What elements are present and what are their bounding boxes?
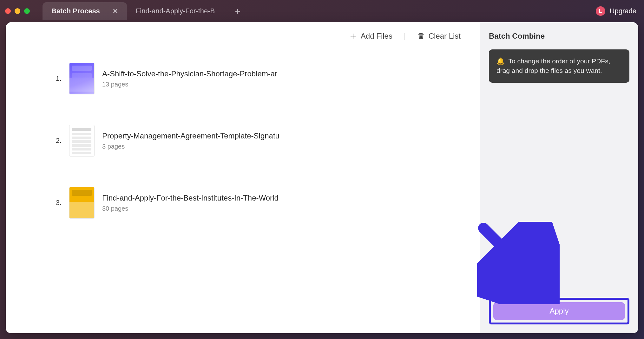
file-index: 3. [50,199,62,207]
close-window-button[interactable] [5,8,11,14]
toolbar-separator: | [404,32,406,40]
titlebar-right: L Upgrade [596,6,636,16]
tab-batch-process[interactable]: Batch Process ✕ [43,2,127,20]
file-thumbnail [69,63,95,94]
clear-list-label: Clear List [429,32,461,41]
file-list: 1. A-Shift-to-Solve-the-Physician-Shorta… [6,44,480,225]
file-pages: 13 pages [102,81,277,88]
tip-box: 🔔 To change the order of your PDFs, drag… [489,49,629,83]
maximize-window-button[interactable] [24,8,30,14]
window-controls [5,8,30,14]
list-item[interactable]: 3. Find-and-Apply-For-the-Best-Institute… [50,187,448,219]
titlebar: Batch Process ✕ Find-and-Apply-For-the-B… [0,0,644,22]
file-meta: Property-Management-Agreement-Template-S… [102,131,279,150]
tab-strip: Batch Process ✕ Find-and-Apply-For-the-B… [43,0,596,22]
close-tab-icon[interactable]: ✕ [113,7,118,15]
tab-label: Find-and-Apply-For-the-B [136,7,215,15]
trash-icon [417,32,425,40]
avatar-letter: L [599,8,602,14]
file-thumbnail [69,187,95,219]
plus-icon [349,32,357,40]
file-pages: 3 pages [102,143,279,150]
user-avatar[interactable]: L [596,6,605,16]
tab-label: Batch Process [51,7,100,15]
apply-highlight: Apply [489,298,629,324]
new-tab-button[interactable]: ＋ [231,5,244,17]
file-title: A-Shift-to-Solve-the-Physician-Shortage-… [102,69,277,78]
add-files-button[interactable]: Add Files [349,32,392,41]
file-index: 1. [50,74,62,83]
list-item[interactable]: 2. Property-Management-Agreement-Templat… [50,125,448,157]
file-thumbnail [69,125,95,157]
file-title: Find-and-Apply-For-the-Best-Institutes-I… [102,194,279,202]
file-meta: Find-and-Apply-For-the-Best-Institutes-I… [102,194,279,212]
clear-list-button[interactable]: Clear List [417,32,461,41]
file-index: 2. [50,137,62,145]
file-pages: 30 pages [102,205,279,212]
side-pane: Batch Combine 🔔 To change the order of y… [480,22,638,333]
list-item[interactable]: 1. A-Shift-to-Solve-the-Physician-Shorta… [50,63,448,94]
file-toolbar: Add Files | Clear List [6,22,480,44]
tab-secondary[interactable]: Find-and-Apply-For-the-B [127,2,224,20]
plus-icon: ＋ [233,5,242,17]
app-window: Add Files | Clear List 1. A-Shift-to-Sol… [6,22,638,333]
apply-button[interactable]: Apply [493,302,625,320]
upgrade-button[interactable]: Upgrade [610,7,636,15]
minimize-window-button[interactable] [15,8,20,14]
file-title: Property-Management-Agreement-Template-S… [102,131,279,140]
tip-text: To change the order of your PDFs, drag a… [496,57,610,74]
side-title: Batch Combine [489,32,629,41]
main-pane: Add Files | Clear List 1. A-Shift-to-Sol… [6,22,480,333]
bell-icon: 🔔 [496,57,505,65]
file-meta: A-Shift-to-Solve-the-Physician-Shortage-… [102,69,277,88]
add-files-label: Add Files [361,32,392,41]
